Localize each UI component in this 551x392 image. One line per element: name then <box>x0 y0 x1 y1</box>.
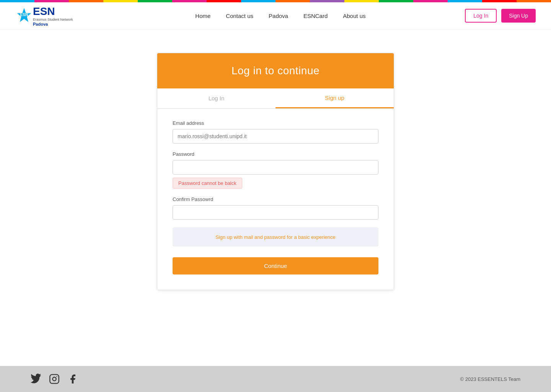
navbar: ESN ESN Erasmus Student Network Padova H… <box>0 2 551 30</box>
nav-about[interactable]: About us <box>343 13 365 19</box>
esn-star-icon: ESN <box>15 7 33 24</box>
logo-esn-label: ESN <box>33 5 73 18</box>
logo-text: ESN Erasmus Student Network Padova <box>33 5 73 26</box>
main-content: Log in to continue Log In Sign up Email … <box>0 30 551 366</box>
confirm-label: Confirm Passowrd <box>173 196 378 202</box>
email-group: Email address <box>173 120 378 144</box>
tab-login[interactable]: Log In <box>157 88 276 108</box>
nav-contact[interactable]: Contact us <box>226 13 253 19</box>
nav-esncard[interactable]: ESNCard <box>303 13 328 19</box>
continue-button[interactable]: Continue <box>173 257 378 274</box>
logo[interactable]: ESN ESN Erasmus Student Network Padova <box>15 5 73 26</box>
email-label: Email address <box>173 120 378 126</box>
nav-padova[interactable]: Padova <box>269 13 288 19</box>
card-header: Log in to continue <box>157 53 394 88</box>
confirm-group: Confirm Passowrd <box>173 196 378 220</box>
info-box: Sign up with mail and password for a bas… <box>173 227 378 247</box>
logo-padova-label: Padova <box>33 22 73 26</box>
auth-form: Email address Password Password cannot b… <box>157 109 394 290</box>
nav-home[interactable]: Home <box>195 13 210 19</box>
card-title: Log in to continue <box>165 65 386 77</box>
instagram-icon[interactable] <box>49 374 60 384</box>
svg-rect-2 <box>50 374 59 383</box>
password-label: Password <box>173 151 378 157</box>
nav-links: Home Contact us Padova ESNCard About us <box>96 13 465 19</box>
svg-text:ESN: ESN <box>20 13 28 17</box>
footer: © 2023 ESSENTELS Team <box>0 366 551 392</box>
twitter-icon[interactable] <box>31 374 41 384</box>
password-error: Password cannot be balck <box>173 178 242 189</box>
footer-copyright: © 2023 ESSENTELS Team <box>460 376 520 382</box>
auth-tabs: Log In Sign up <box>157 88 394 109</box>
facebook-icon[interactable] <box>67 374 78 384</box>
logo-sub-label: Erasmus Student Network <box>33 18 73 22</box>
footer-social-icons <box>31 374 78 384</box>
email-input[interactable] <box>173 129 378 144</box>
tab-signup[interactable]: Sign up <box>276 88 394 108</box>
info-box-text: Sign up with mail and password for a bas… <box>215 234 336 240</box>
auth-card: Log in to continue Log In Sign up Email … <box>157 53 394 290</box>
password-input[interactable] <box>173 160 378 175</box>
password-group: Password Password cannot be balck <box>173 151 378 189</box>
login-button[interactable]: Log In <box>465 9 497 23</box>
confirm-input[interactable] <box>173 205 378 220</box>
signup-button[interactable]: Sign Up <box>501 9 536 23</box>
nav-actions: Log In Sign Up <box>465 9 536 23</box>
